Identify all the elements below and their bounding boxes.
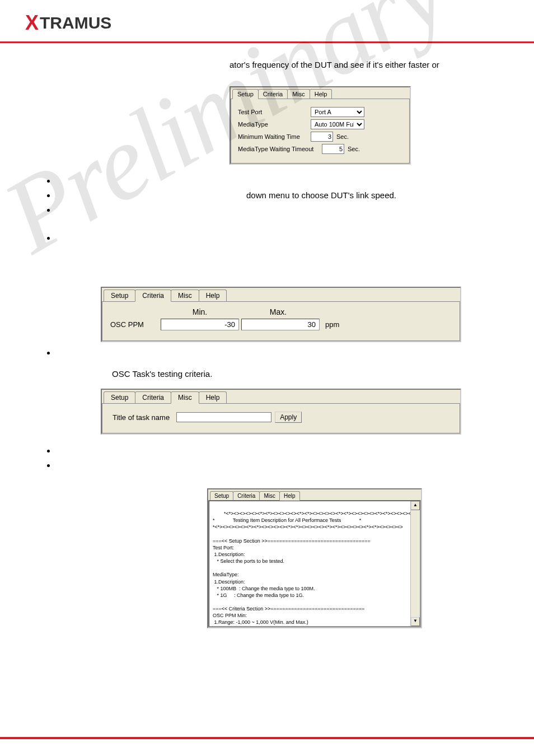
criteria-tabs: Setup Criteria Misc Help xyxy=(102,288,460,301)
tab-criteria-2[interactable]: Criteria xyxy=(135,290,171,302)
tab-help-3[interactable]: Help xyxy=(199,391,227,403)
tab-misc-2[interactable]: Misc xyxy=(171,290,199,301)
tab-misc-4[interactable]: Misc xyxy=(259,491,280,500)
brand-logo: XTRAMUS xyxy=(25,11,509,35)
osc-note: OSC Task's testing criteria. xyxy=(112,369,506,379)
bullet-list-3 xyxy=(39,446,506,472)
bullet-2: down menu to choose DUT's link speed. xyxy=(56,190,506,202)
tab-criteria-4[interactable]: Criteria xyxy=(233,491,260,500)
bullet-4 xyxy=(56,233,506,244)
tab-misc-3[interactable]: Misc xyxy=(171,391,199,404)
tab-setup[interactable]: Setup xyxy=(232,89,259,99)
media-wait-label: MediaType Waiting Timeout xyxy=(238,146,322,152)
setup-tabs: Setup Criteria Misc Help xyxy=(231,87,410,99)
brand-rest: TRAMUS xyxy=(40,13,111,32)
tab-criteria-3[interactable]: Criteria xyxy=(135,391,171,403)
osc-ppm-label: OSC PPM xyxy=(110,320,161,329)
test-port-label: Test Port xyxy=(238,109,311,115)
tab-help-2[interactable]: Help xyxy=(199,290,227,301)
media-type-select[interactable]: Auto 100M Full xyxy=(311,119,364,129)
min-wait-input[interactable] xyxy=(311,132,333,142)
intro-fragment: ator's frequency of the DUT and see if i… xyxy=(229,60,506,69)
test-port-select[interactable]: Port A xyxy=(311,107,364,117)
tab-setup-3[interactable]: Setup xyxy=(104,391,135,403)
tab-misc[interactable]: Misc xyxy=(287,89,310,99)
title-of-task-label: Title of task name xyxy=(113,413,170,422)
bullet-5 xyxy=(56,348,506,359)
min-header: Min. xyxy=(161,307,239,316)
max-header: Max. xyxy=(239,307,317,316)
tab-help[interactable]: Help xyxy=(310,89,332,99)
scroll-up-icon[interactable]: ▲ xyxy=(411,501,420,510)
bullet-1 xyxy=(56,176,506,187)
tab-setup-2[interactable]: Setup xyxy=(104,290,135,301)
bullet-7 xyxy=(56,460,506,472)
tab-help-4[interactable]: Help xyxy=(279,491,300,501)
scrollbar[interactable]: ▲ ▼ xyxy=(410,501,420,626)
scroll-down-icon[interactable]: ▼ xyxy=(411,617,420,626)
title-of-task-input[interactable] xyxy=(176,412,271,422)
help-tabs: Setup Criteria Misc Help xyxy=(208,489,421,500)
footer-bar xyxy=(0,737,534,739)
criteria-panel: Setup Criteria Misc Help Min. Max. OSC P… xyxy=(101,287,461,342)
apply-button[interactable]: Apply xyxy=(275,412,302,423)
help-panel: Setup Criteria Misc Help *<*><><><><><*>… xyxy=(207,488,422,628)
bullet-list-2 xyxy=(39,348,506,359)
media-wait-unit: Sec. xyxy=(348,146,360,152)
ppm-unit: ppm xyxy=(325,320,339,329)
osc-ppm-max-input[interactable]: 30 xyxy=(241,319,320,330)
misc-tabs: Setup Criteria Misc Help xyxy=(102,390,460,403)
bullet-6 xyxy=(56,446,506,457)
help-text: *<*><><><><><*><*><><><><><*><*><><><><>… xyxy=(213,511,414,627)
min-wait-unit: Sec. xyxy=(336,133,349,140)
help-textarea[interactable]: *<*><><><><><*><*><><><><><*><*><><><><>… xyxy=(209,501,420,627)
bullet-3 xyxy=(56,205,506,216)
media-type-label: MediaType xyxy=(238,121,311,128)
min-wait-label: Minimum Waiting Time xyxy=(238,133,311,140)
osc-ppm-min-input[interactable]: -30 xyxy=(161,319,239,330)
bullet-list-1: down menu to choose DUT's link speed. xyxy=(39,176,506,244)
tab-criteria[interactable]: Criteria xyxy=(258,89,288,99)
tab-setup-4[interactable]: Setup xyxy=(210,491,233,500)
misc-panel: Setup Criteria Misc Help Title of task n… xyxy=(101,389,461,435)
media-wait-input[interactable] xyxy=(322,144,344,154)
setup-panel: Setup Criteria Misc Help Test Port Port … xyxy=(229,86,411,165)
page-header: XTRAMUS xyxy=(0,0,534,43)
brand-x: X xyxy=(25,11,39,35)
